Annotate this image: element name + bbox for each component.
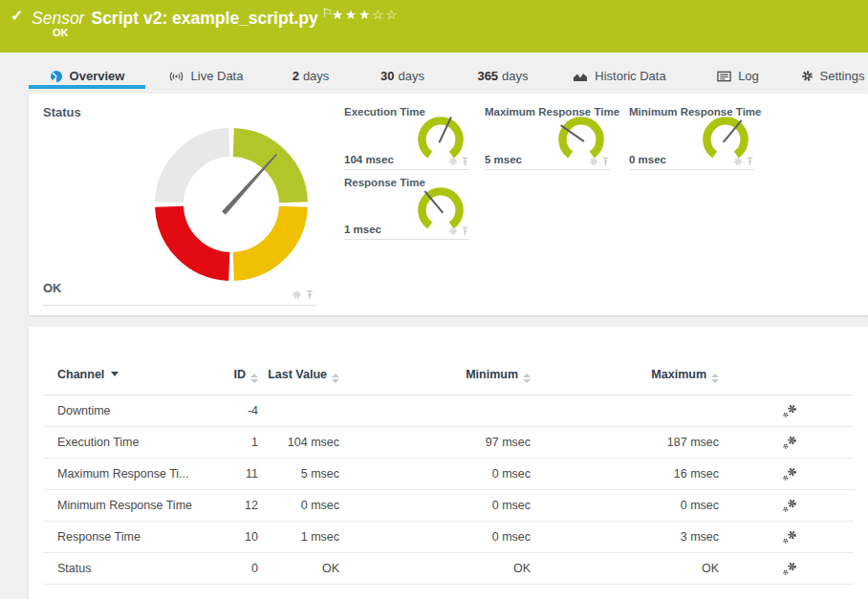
column-header-maximum[interactable]: Maximum bbox=[531, 367, 719, 383]
overview-gauges-panel: Status OK Execution Time 104 msec bbox=[29, 94, 868, 315]
channel-maximum: 0 msec bbox=[531, 499, 719, 512]
channel-name: Downtime bbox=[43, 404, 220, 417]
table-row: Response Time 10 1 msec 0 msec 3 msec bbox=[43, 522, 854, 553]
sort-icon bbox=[711, 374, 719, 383]
table-row: Execution Time 1 104 msec 97 msec 187 ms… bbox=[43, 427, 854, 459]
mini-gauge-value: 104 msec bbox=[344, 154, 394, 165]
sensor-name: Script v2: example_script.py bbox=[91, 9, 317, 28]
column-header-id[interactable]: ID bbox=[220, 367, 258, 383]
tab-365-days-unit: days bbox=[502, 69, 528, 83]
broadcast-icon bbox=[168, 71, 184, 82]
channel-gear-icon[interactable] bbox=[448, 157, 458, 166]
channel-name: Maximum Response Ti... bbox=[43, 467, 220, 481]
tab-log-label: Log bbox=[738, 69, 759, 83]
tab-30-days[interactable]: 30 days bbox=[366, 63, 439, 89]
tab-30-days-unit: days bbox=[399, 69, 424, 83]
tab-live-data[interactable]: Live Data bbox=[156, 63, 255, 89]
channel-last-value: 1 msec bbox=[258, 530, 339, 544]
mini-gauge-minimum-response-time: Minimum Response Time 0 msec bbox=[629, 106, 754, 170]
channel-settings-icon[interactable] bbox=[782, 436, 798, 450]
status-gauge-title: Status bbox=[43, 105, 81, 119]
channel-settings-icon[interactable] bbox=[782, 562, 798, 576]
gauge-segment-gray bbox=[169, 142, 229, 203]
channel-name: Minimum Response Time bbox=[43, 499, 220, 512]
tab-settings[interactable]: Settings bbox=[793, 63, 868, 89]
channel-gear-icon[interactable] bbox=[589, 157, 598, 166]
gauge-segment-yellow bbox=[233, 206, 293, 267]
pin-icon[interactable] bbox=[461, 226, 469, 236]
mini-gauge-value: 5 msec bbox=[485, 154, 522, 165]
tab-settings-label: Settings bbox=[820, 69, 865, 83]
channel-last-value: 0 msec bbox=[258, 499, 339, 512]
status-gauge-value: OK bbox=[43, 281, 62, 295]
channel-gear-icon[interactable] bbox=[733, 157, 743, 166]
channel-last-value: OK bbox=[258, 562, 339, 575]
column-header-minimum[interactable]: Minimum bbox=[339, 367, 531, 383]
channel-minimum: 97 msec bbox=[339, 436, 531, 449]
pin-icon[interactable] bbox=[601, 157, 610, 166]
channel-id: 10 bbox=[220, 530, 258, 544]
mini-gauge-value: 0 msec bbox=[629, 154, 666, 165]
table-row: Status 0 OK OK OK bbox=[43, 553, 854, 585]
mini-gauge-maximum-response-time: Maximum Response Time 5 msec bbox=[485, 106, 610, 170]
channel-name: Status bbox=[43, 562, 220, 575]
sort-icon bbox=[250, 374, 258, 383]
pin-icon[interactable] bbox=[746, 157, 754, 166]
priority-stars[interactable]: ★★★☆☆ bbox=[332, 7, 400, 22]
channel-settings-icon[interactable] bbox=[782, 499, 798, 513]
tab-365-days-number: 365 bbox=[477, 69, 498, 83]
tab-2-days[interactable]: 2 days bbox=[275, 63, 346, 89]
channel-id: -4 bbox=[220, 404, 258, 417]
channel-last-value: 104 msec bbox=[258, 436, 339, 449]
channel-gear-icon[interactable] bbox=[292, 289, 302, 300]
pin-icon[interactable] bbox=[305, 289, 315, 300]
channel-minimum: 0 msec bbox=[339, 467, 531, 481]
channel-minimum: OK bbox=[339, 562, 531, 575]
channel-table-header: Channel ID Last Value Minimum Maximum bbox=[43, 327, 854, 396]
channel-id: 11 bbox=[220, 467, 258, 481]
table-row: Minimum Response Time 12 0 msec 0 msec 0… bbox=[43, 490, 854, 522]
channel-settings-icon[interactable] bbox=[782, 467, 798, 481]
sensor-title-line: SensorScript v2: example_script.py⚐ bbox=[32, 6, 333, 29]
mini-gauge-response-time: Response Time 1 msec bbox=[344, 177, 469, 240]
log-list-icon bbox=[717, 71, 731, 82]
mini-gauge-value: 1 msec bbox=[344, 224, 381, 235]
channel-gear-icon[interactable] bbox=[448, 226, 458, 236]
tab-30-days-number: 30 bbox=[380, 69, 394, 83]
object-kind-label: Sensor bbox=[32, 9, 84, 28]
channel-settings-icon[interactable] bbox=[782, 404, 798, 418]
channel-maximum: 187 msec bbox=[531, 436, 719, 449]
pin-icon[interactable] bbox=[461, 157, 469, 166]
channel-minimum: 0 msec bbox=[339, 499, 531, 512]
sensor-status-text: OK bbox=[53, 27, 69, 38]
channel-minimum: 0 msec bbox=[339, 530, 531, 544]
sensor-status-banner: ✓ SensorScript v2: example_script.py⚐ ★★… bbox=[0, 0, 868, 53]
tab-historic-data[interactable]: Historic Data bbox=[564, 63, 675, 89]
status-gauge bbox=[150, 123, 313, 286]
channel-last-value: 5 msec bbox=[258, 467, 339, 481]
column-header-last-value[interactable]: Last Value bbox=[258, 367, 339, 383]
tab-2-days-number: 2 bbox=[293, 69, 299, 83]
ok-check-icon: ✓ bbox=[11, 7, 23, 25]
channel-id: 12 bbox=[220, 499, 258, 512]
table-row: Downtime -4 bbox=[43, 396, 854, 427]
tab-bar: Overview Live Data 2 days 30 days 365 da… bbox=[0, 53, 868, 94]
sort-desc-icon bbox=[111, 372, 119, 376]
sort-icon bbox=[332, 374, 339, 383]
tab-365-days[interactable]: 365 days bbox=[465, 63, 541, 89]
channel-maximum: 3 msec bbox=[531, 530, 719, 544]
tab-overview-label: Overview bbox=[70, 69, 125, 83]
tab-live-data-label: Live Data bbox=[191, 69, 244, 83]
column-header-channel[interactable]: Channel bbox=[43, 367, 220, 383]
channel-name: Execution Time bbox=[43, 436, 220, 449]
gauge-segment-red bbox=[169, 206, 229, 267]
tab-log[interactable]: Log bbox=[707, 63, 769, 89]
channel-table-panel: Channel ID Last Value Minimum Maximum Do… bbox=[29, 327, 868, 599]
tab-2-days-unit: days bbox=[303, 69, 329, 83]
area-chart-icon bbox=[573, 71, 588, 82]
channel-maximum: 16 msec bbox=[531, 467, 719, 481]
tab-historic-data-label: Historic Data bbox=[595, 69, 665, 83]
mini-gauge-execution-time: Execution Time 104 msec bbox=[344, 106, 469, 170]
channel-settings-icon[interactable] bbox=[782, 530, 798, 545]
sort-icon bbox=[523, 374, 531, 383]
